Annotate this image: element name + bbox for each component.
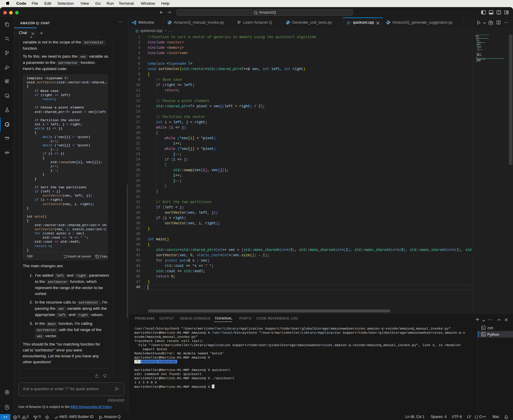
svg-text:+: +: [138, 30, 139, 32]
svg-text:aws: aws: [5, 136, 9, 139]
svg-text:+: +: [350, 21, 351, 24]
